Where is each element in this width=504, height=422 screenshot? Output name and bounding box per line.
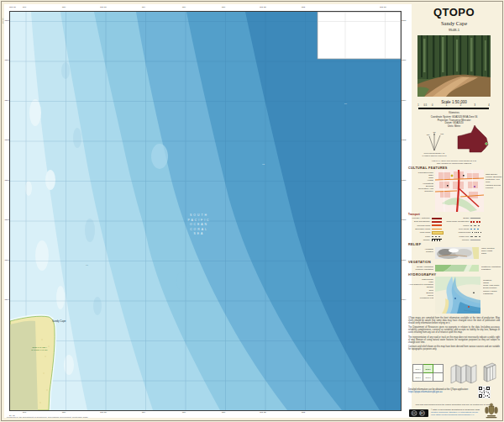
road-swatch — [432, 229, 442, 230]
road-swatch — [432, 231, 444, 235]
transport-heading: Transport — [408, 213, 420, 216]
scale-number: 0 — [432, 104, 433, 107]
qtopo-app-note: Detailed information can be obtained at … — [408, 388, 475, 394]
adjoining-sheet-cell — [433, 373, 444, 382]
ocean-name-label: SOUTH PACIFIC OCEAN CORAL SEA — [165, 214, 233, 237]
legend-label: Medium Vegetation — [407, 268, 433, 271]
road-swatch — [432, 221, 442, 223]
cc-by-badge: CC BY — [409, 409, 428, 417]
legend-label: Road Under Construction — [442, 220, 471, 223]
vegetation-heading: VEGETATION — [408, 261, 431, 264]
road-swatch — [472, 232, 482, 233]
depth-sounding: 50 — [344, 103, 347, 105]
hydrography-sample — [435, 277, 480, 314]
cultural-right-labels: State Border Locality Boundary Protected… — [486, 173, 502, 189]
grid-label-top: 532 — [302, 6, 305, 8]
land-sandy-cape — [10, 316, 55, 410]
scale-unit-label: Kilometres — [406, 112, 502, 114]
road-swatch — [470, 229, 480, 229]
relief-left-labels: Hillshade Contour — [407, 248, 433, 253]
svg-text:GN: GN — [427, 134, 430, 136]
scale-label: Scale 1:50,000 — [406, 100, 502, 104]
relief-sample — [435, 247, 479, 259]
cultural-sample-map — [435, 170, 484, 212]
relief-heading: RELIEF — [408, 243, 421, 246]
scale-bar: 1 0.5 0 1 2 3 4 — [418, 108, 489, 110]
map-folding-diagram — [449, 362, 478, 383]
sidebar: QTOPO Sandy Cape 9548-1 — [406, 0, 502, 422]
svg-text:TN: TN — [433, 131, 435, 134]
hydrography-right-labels: Coastline Island Mean High Water Depth C… — [483, 279, 502, 295]
cover-photo — [417, 35, 491, 97]
national-park-label: GREAT SANDY NATIONAL PARK — [25, 346, 54, 351]
svg-text:MN: MN — [440, 133, 444, 135]
corner-coordinate: 24°30' — [2, 18, 4, 24]
disclaimer-paragraph: The Department of Resources gives no war… — [408, 326, 500, 334]
road-swatch — [470, 236, 480, 237]
production-credit: Produced by the Department of Resources,… — [7, 416, 88, 419]
qr-code — [478, 386, 491, 398]
adjoining-sheet-cell — [433, 365, 444, 373]
scale-number: 3 — [474, 104, 475, 107]
legend-label: Pipeline — [442, 239, 471, 241]
cultural-features-heading: CULTURAL FEATURES — [408, 166, 448, 170]
vegetation-sample — [435, 265, 479, 272]
cape-label: Sandy Cape — [52, 319, 66, 323]
grid-label-top: 528 — [222, 6, 225, 8]
scale-number: 4 — [488, 104, 489, 107]
legend-label: Power Line — [442, 235, 471, 238]
road-swatch — [470, 221, 480, 222]
grid-convergence-note: GRID CONVERGENCE 0°12' — [409, 152, 459, 154]
adjoining-sheets-diagram: 9548-4 9548-1 9548-3 9548-2 — [412, 364, 444, 382]
road-swatch — [470, 240, 480, 240]
scale-number: 0.5 — [424, 104, 428, 107]
grid-label-top: 526 — [182, 6, 186, 8]
bathymetry-map — [10, 12, 401, 410]
disclaimer-paragraph: Contours and relief shown on this map ha… — [408, 346, 500, 351]
legend-label: Minor Road — [407, 231, 432, 234]
hydrography-left-labels: Watercourse Lake Area Subject to Inundat… — [407, 278, 433, 299]
legend-label: Contour — [407, 251, 433, 253]
legend-label: Secondary Road — [407, 228, 432, 230]
road-swatch — [432, 239, 442, 241]
corner-coordinate: 153°15' — [9, 6, 16, 8]
corner-coordinate: 153°30' — [380, 6, 386, 8]
map-location-dot — [486, 143, 488, 145]
sheet-title: Sandy Cape — [406, 20, 502, 26]
relief-right-labels: Index Contour Spot Height Sand — [481, 247, 502, 255]
road-swatch — [432, 224, 442, 226]
disclaimer-paragraph: QTopo maps are compiled from the best in… — [408, 317, 500, 324]
app-url: https://qtopo.information.qld.gov.au — [408, 391, 475, 393]
adjoining-sheet-cell-current: 9548-1 — [423, 365, 433, 373]
road-swatch — [432, 218, 442, 219]
cultural-left-labels: Populated Place CITY Town Village Homest… — [407, 171, 433, 193]
depth-sounding: 32 — [262, 163, 265, 166]
scale-number: 1 — [417, 104, 418, 107]
park-label-line: NATIONAL PARK — [25, 349, 54, 351]
qld-coat-of-arms — [484, 403, 499, 419]
legend-label: Railway — [407, 239, 432, 241]
scale-number: 2 — [460, 104, 461, 107]
legend-label: Sand — [481, 252, 502, 255]
legend-label: Bridge — [442, 217, 471, 219]
legend-label: Lookout — [486, 187, 502, 189]
magnetic-declination-note: MAGNETIC DECLINATION 11.2°E — [409, 155, 459, 156]
disclaimer-paragraph: The representation of any road or track … — [408, 336, 500, 344]
vegetation-left-labels: Dense Vegetation Medium Vegetation — [407, 266, 433, 271]
legend-label: Plantation — [481, 268, 502, 271]
disclaimer-text: QTopo maps are compiled from the best in… — [408, 317, 500, 352]
queensland-locator-map — [456, 125, 491, 157]
legend-label: Ferry Route — [442, 228, 471, 230]
grid-label-top: 518 — [23, 6, 26, 8]
svg-text:CC: CC — [412, 412, 417, 415]
road-swatch — [432, 236, 442, 237]
legend-label: Freeway / Motorway — [407, 217, 432, 219]
qtopo-map-sheet: 518 520 153°20' 524 526 528 153°25' 532 … — [0, 0, 504, 422]
transport-legend: Freeway / Motorway Bridge Dual Carriagew… — [407, 217, 501, 242]
datum-note: FOR MAP AND DATUM INFORMATION REFER TO T… — [406, 160, 502, 161]
vegetation-right-labels: Scattered Vegetation Plantation — [481, 266, 502, 271]
hydrography-heading: HYDROGRAPHY — [408, 273, 436, 277]
legend-label: Principal Road — [407, 224, 432, 227]
map-series-title: QTOPO — [406, 6, 502, 18]
north-arrows-diagram: TN GN MN — [423, 130, 446, 152]
